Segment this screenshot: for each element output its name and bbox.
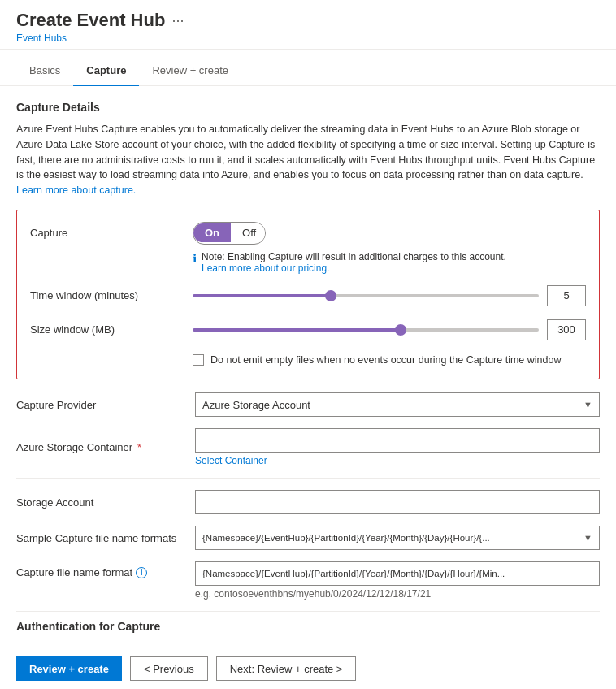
storage-account-input[interactable]	[195, 490, 600, 514]
time-window-row: Time window (minutes) 5	[30, 285, 586, 306]
time-window-control: 5	[193, 285, 586, 306]
capture-label: Capture	[30, 227, 193, 239]
empty-files-checkbox-row: Do not emit empty files when no events o…	[193, 353, 586, 368]
storage-account-control	[195, 490, 600, 514]
next-button[interactable]: Next: Review + create >	[216, 656, 357, 681]
azure-storage-container-input[interactable]	[195, 428, 600, 453]
size-window-value[interactable]: 300	[547, 319, 586, 340]
pricing-link[interactable]: Learn more about our pricing.	[202, 262, 329, 274]
time-window-slider-row: 5	[193, 285, 586, 306]
capture-section-title: Capture Details	[16, 101, 600, 114]
sample-capture-label: Sample Capture file name formats	[16, 532, 195, 544]
size-window-slider-row: 300	[193, 319, 586, 340]
capture-description: Azure Event Hubs Capture enables you to …	[16, 122, 600, 198]
time-window-slider[interactable]	[193, 294, 539, 297]
capture-provider-label: Capture Provider	[16, 399, 195, 411]
capture-file-format-value: {Namespace}/{EventHub}/{PartitionId}/{Ye…	[202, 569, 505, 578]
size-window-thumb[interactable]	[395, 324, 406, 336]
capture-info-text: Note: Enabling Capture will result in ad…	[202, 251, 506, 274]
more-options-icon[interactable]: ···	[171, 12, 184, 29]
empty-files-checkbox[interactable]	[193, 354, 204, 366]
sample-capture-row: Sample Capture file name formats {Namesp…	[16, 526, 600, 550]
azure-storage-container-row: Azure Storage Container * Select Contain…	[16, 428, 600, 466]
capture-info-row: ℹ Note: Enabling Capture will result in …	[193, 251, 586, 274]
size-window-control: 300	[193, 319, 586, 340]
footer: Review + create < Previous Next: Review …	[0, 648, 616, 689]
toggle-off-option[interactable]: Off	[231, 223, 266, 242]
sample-capture-value: {Namespace}/{EventHub}/{PartitionId}/{Ye…	[202, 533, 490, 543]
auth-section-title: Authentication for Capture	[16, 611, 600, 633]
capture-provider-row: Capture Provider Azure Storage Account ▼	[16, 392, 600, 417]
size-window-row: Size window (MB) 300	[30, 319, 586, 340]
chevron-down-icon-2: ▼	[583, 533, 592, 543]
capture-file-format-label: Capture file name format i	[16, 561, 195, 578]
azure-storage-container-label: Azure Storage Container *	[16, 441, 195, 453]
toggle-on-option[interactable]: On	[193, 223, 231, 242]
capture-toggle-control: On Off	[193, 222, 586, 245]
capture-file-format-input[interactable]: {Namespace}/{EventHub}/{PartitionId}/{Ye…	[195, 561, 600, 586]
time-window-value[interactable]: 5	[547, 285, 586, 306]
review-create-button[interactable]: Review + create	[16, 656, 122, 681]
tab-review-create[interactable]: Review + create	[139, 58, 241, 86]
capture-provider-select[interactable]: Azure Storage Account ▼	[195, 392, 600, 417]
tab-capture[interactable]: Capture	[73, 58, 139, 86]
azure-storage-container-control: Select Container	[195, 428, 600, 466]
capture-provider-control: Azure Storage Account ▼	[195, 392, 600, 417]
time-window-label: Time window (minutes)	[30, 289, 193, 301]
size-window-label: Size window (MB)	[30, 323, 193, 336]
storage-account-label: Storage Account	[16, 496, 195, 509]
capture-file-example: e.g. contosoeventhbns/myehub/0/2024/12/1…	[195, 588, 600, 600]
capture-file-format-row: Capture file name format i {Namespace}/{…	[16, 561, 600, 600]
capture-toggle-row: Capture On Off	[30, 222, 586, 245]
capture-toggle[interactable]: On Off	[193, 222, 266, 245]
info-circle-icon[interactable]: i	[136, 567, 147, 578]
divider	[16, 478, 600, 479]
sample-capture-control: {Namespace}/{EventHub}/{PartitionId}/{Ye…	[195, 526, 600, 550]
capture-file-format-control: {Namespace}/{EventHub}/{PartitionId}/{Ye…	[195, 561, 600, 600]
required-asterisk: *	[137, 441, 141, 453]
breadcrumb[interactable]: Event Hubs	[16, 32, 600, 44]
time-window-thumb[interactable]	[325, 290, 336, 301]
empty-files-label: Do not emit empty files when no events o…	[210, 353, 561, 368]
learn-more-link[interactable]: Learn more about capture.	[16, 184, 136, 196]
info-icon: ℹ	[193, 252, 197, 265]
capture-settings-box: Capture On Off ℹ Note: Enabling Capture …	[16, 210, 600, 380]
select-container-link[interactable]: Select Container	[195, 455, 600, 466]
capture-provider-value: Azure Storage Account	[202, 399, 310, 411]
tab-bar: Basics Capture Review + create	[0, 50, 616, 86]
sample-capture-select[interactable]: {Namespace}/{EventHub}/{PartitionId}/{Ye…	[195, 526, 600, 550]
storage-account-row: Storage Account	[16, 490, 600, 514]
main-content: Capture Details Azure Event Hubs Capture…	[0, 86, 616, 689]
chevron-down-icon: ▼	[583, 400, 592, 410]
page-header: Create Event Hub ··· Event Hubs	[0, 0, 616, 50]
size-window-slider[interactable]	[193, 328, 539, 332]
tab-basics[interactable]: Basics	[16, 58, 73, 86]
previous-button[interactable]: < Previous	[130, 656, 208, 681]
page-title: Create Event Hub	[16, 10, 165, 31]
